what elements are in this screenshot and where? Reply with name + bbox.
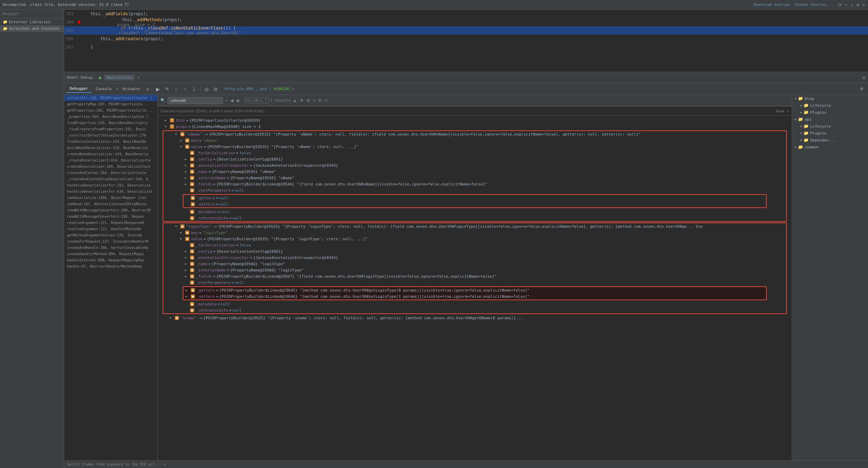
frame-item-15[interactable]: hasValueDeserializerFor:436, Deserializa…	[64, 189, 157, 195]
tree-item-referenceinfo2[interactable]: ▶ ■ _referenceInfo = null	[163, 307, 786, 313]
mute-breakpoints-button[interactable]: ⊘	[212, 85, 220, 93]
tree-item-internalname2[interactable]: ▶ ■ _internalName = {PropertyName@19566}…	[163, 267, 786, 273]
frame-item-1[interactable]: getPropertyMap:287, POJOPropertiesCo...	[64, 101, 157, 107]
frame-item-current[interactable]: collectAll:326, POJOPropertiesCollector …	[64, 95, 157, 101]
config2-expand[interactable]: ▶	[185, 250, 190, 253]
tree-item-name2[interactable]: ▶ ■ _name = {PropertyName@19566} "loginT…	[163, 261, 786, 267]
frame-item-5[interactable]: _findCreatorsFromProperties:292, Basic	[64, 126, 157, 132]
tree-item-uname[interactable]: ▼ ■ "uName" -> {POJOPropertyBuilder@1951…	[163, 131, 786, 137]
frame-item-14[interactable]: hasValueDeserializerFor:191, Deserializa	[64, 182, 157, 189]
step-out-button[interactable]: ↑	[181, 85, 189, 93]
frame-item-17[interactable]: canRead:181, AbstractJackson2HttpMessa	[64, 201, 157, 207]
tree-item-this[interactable]: ▶ f this = {POJOPropertiesCollector@1693…	[158, 117, 792, 123]
internalname2-expand[interactable]: ▶	[185, 268, 190, 272]
tree-item-forserialization2[interactable]: ▶ ■ _forSerialization = false	[163, 242, 786, 248]
tab-console[interactable]: Console	[92, 85, 115, 93]
frame-item-26[interactable]: handleInternal:808, RequestMappingHan	[64, 257, 157, 263]
search-prev-button[interactable]: ◀	[230, 97, 234, 104]
lang-badge[interactable]: Java ▾	[775, 109, 789, 113]
uname-key-expand[interactable]: ▶	[180, 139, 185, 142]
tree-item-metadata2[interactable]: ▶ ■ _metadata = null	[163, 301, 786, 307]
logintype-value-expand[interactable]: ▼	[180, 237, 185, 241]
settings-icon[interactable]: ⚙	[862, 75, 865, 80]
tree-item-setters1[interactable]: ▶ ■ _setters = null	[183, 201, 766, 207]
regex-btn[interactable]: .*	[261, 97, 269, 103]
frame-item-24[interactable]: invokeAndHandle:106, ServletInvocableHa	[64, 245, 157, 251]
fields1-expand[interactable]: ▶	[185, 182, 190, 186]
right-panel-item-dependen[interactable]: ▶ 📁 Dependen...	[792, 137, 868, 144]
tree-item-fields1[interactable]: ▶ ■ _fields = {POJOPropertyBuilder$Linke…	[163, 181, 786, 187]
tree-item-uname-key[interactable]: ▶ ■ key = "uName"	[163, 137, 786, 144]
tree-item-referenceinfo1[interactable]: ▶ ■ _referenceInfo = null	[163, 215, 786, 221]
close-tab-icon[interactable]: ×	[138, 75, 140, 80]
app-label[interactable]: Application	[104, 75, 135, 80]
tree-item-annotationintrospector1[interactable]: ▶ ■ _annotationIntrospector = {JacksonAn…	[163, 162, 786, 168]
tree-item-logintype-key[interactable]: ▶ ■ key = "loginType"	[163, 229, 786, 236]
frame-item-3[interactable]: _properties:164, BasicBeanDescription (	[64, 114, 157, 120]
uname2-expand-arrow[interactable]: ▼	[170, 316, 174, 320]
logintype-key-expand[interactable]: ▶	[180, 231, 185, 234]
tree-item-uname-value[interactable]: ▼ ■ value = {POJOPropertyBuilder@19515} …	[163, 144, 786, 150]
step-into-button[interactable]: ↓	[172, 85, 180, 93]
fields2-expand[interactable]: ▶	[185, 275, 190, 278]
tree-item-props[interactable]: ▼ f props = {LinkedHashMap@16940} size =…	[158, 123, 792, 130]
tree-item-config2[interactable]: ▶ ■ _config = {DeserializationConfig@168…	[163, 248, 786, 254]
right-panel-item-plugins2[interactable]: ▶ 📁 Plugins	[792, 130, 868, 137]
frame-item-22[interactable]: getMethodArgumentValues:170, Invocab	[64, 232, 157, 239]
right-panel-item-blog[interactable]: ▶ 📁 blog	[792, 95, 868, 102]
download-sources-link[interactable]: Download Sources	[754, 2, 790, 7]
tree-item-logintype[interactable]: ▼ ■ "loginType" -> {POJOPropertyBuilder@…	[163, 223, 786, 229]
tree-item-getters2[interactable]: ▶ ■ _getters = {POJOPropertyBuilder$Link…	[183, 287, 766, 293]
match-word-btn[interactable]: W	[253, 97, 259, 103]
tree-item-forserialization1[interactable]: ▶ ■ _forSerialization = false	[163, 150, 786, 156]
frame-item-7[interactable]: findValueInstantiator:224, BasicBeanDe	[64, 139, 157, 145]
frame-item-11[interactable]: createDeserializer:349, DeserializerCach	[64, 164, 157, 170]
getters2-expand[interactable]: ▶	[186, 288, 190, 292]
setters2-expand[interactable]: ▶	[186, 295, 190, 298]
frame-item-16[interactable]: canDeserialize:3306, ObjectMapper (con	[64, 195, 157, 201]
match-case-btn[interactable]: Cc	[244, 97, 252, 103]
frame-item-9[interactable]: createBeanDeserializer:143, BeanDeseria	[64, 151, 157, 157]
frame-item-12[interactable]: createAndCache2:264, DeserializerCache	[64, 170, 157, 176]
breakpoint-marker-204[interactable]	[78, 21, 80, 24]
tree-item-logintype-value[interactable]: ▼ ■ value = {POJOPropertyBuilder@19525} …	[163, 236, 786, 242]
sidebar-item-external-libraries[interactable]: 📁 External Libraries	[0, 19, 64, 25]
frame-item-10[interactable]: _createDeserializer2:414, DeserializerCa	[64, 157, 157, 164]
frame-item-6[interactable]: _constructDefaultValueInstantiator:276	[64, 132, 157, 139]
tree-item-ctorparameters1[interactable]: ▶ ■ _ctorParameters = null	[163, 187, 786, 193]
right-panel-item-lifecycle1[interactable]: ▶ 📁 Lifecycle	[792, 102, 868, 109]
tree-item-fields2[interactable]: ▶ ■ _fields = {POJOPropertyBuilder$Linke…	[163, 273, 786, 279]
right-panel-item-common[interactable]: ▶ 📁 common	[792, 144, 868, 150]
frame-item-27[interactable]: handle:87, AbstractHandlerMethodAdap	[64, 263, 157, 270]
close-status-btn[interactable]: ×	[164, 462, 166, 466]
search-next-button[interactable]: ▶	[236, 97, 241, 104]
filter-icon[interactable]: ▽	[292, 87, 294, 91]
tree-item-config1[interactable]: ▶ ■ _config = {DeserializationConfig@168…	[163, 156, 786, 162]
internalname1-expand[interactable]: ▶	[185, 176, 190, 180]
frame-item-21[interactable]: resolveArgument:121, HandlerMethodAr	[64, 226, 157, 232]
filter-results-btn[interactable]: ≡	[312, 97, 316, 104]
uname-value-expand[interactable]: ▼	[180, 145, 185, 148]
right-panel-item-lifecycle2[interactable]: ▶ 📁 Lifecycle	[792, 123, 868, 130]
name2-expand[interactable]: ▶	[185, 262, 190, 266]
view-breakpoints-button[interactable]: ◎	[203, 85, 211, 93]
right-panel-item-plugins1[interactable]: ▶ 📁 Plugins	[792, 109, 868, 116]
uname-expand-arrow[interactable]: ▼	[175, 132, 180, 136]
tab-actuator[interactable]: Actuator	[119, 85, 144, 93]
search-prev-btn2[interactable]: ▲	[292, 97, 298, 104]
frame-item-25[interactable]: invokeHandlerMethod:894, RequestMappi	[64, 251, 157, 257]
frame-item-4[interactable]: findProperties:239, BasicBeanDescriptic	[64, 120, 157, 126]
tree-item-ctorparameters2[interactable]: ▶ ■ _ctorParameters = null	[163, 279, 786, 286]
right-panel-item-api[interactable]: ▶ 📁 api	[792, 116, 868, 123]
tree-item-uname2[interactable]: ▼ ■ "uname" -> {POJOPropertyBuilder@1962…	[158, 315, 792, 321]
config1-expand[interactable]: ▶	[185, 157, 190, 161]
search-input[interactable]	[167, 97, 223, 104]
name1-expand[interactable]: ▶	[185, 170, 190, 173]
resume-button[interactable]: ▶	[154, 85, 162, 93]
sidebar-item-scratches[interactable]: 📁 Scratches and Consoles	[0, 25, 64, 32]
logintype-expand-arrow[interactable]: ▼	[175, 225, 180, 228]
choose-sources-link[interactable]: Choose Sources...	[794, 2, 834, 7]
search-next-btn2[interactable]: ▼	[299, 97, 304, 104]
expression-input[interactable]	[161, 109, 772, 113]
settings-button[interactable]: ⚙	[858, 85, 866, 93]
